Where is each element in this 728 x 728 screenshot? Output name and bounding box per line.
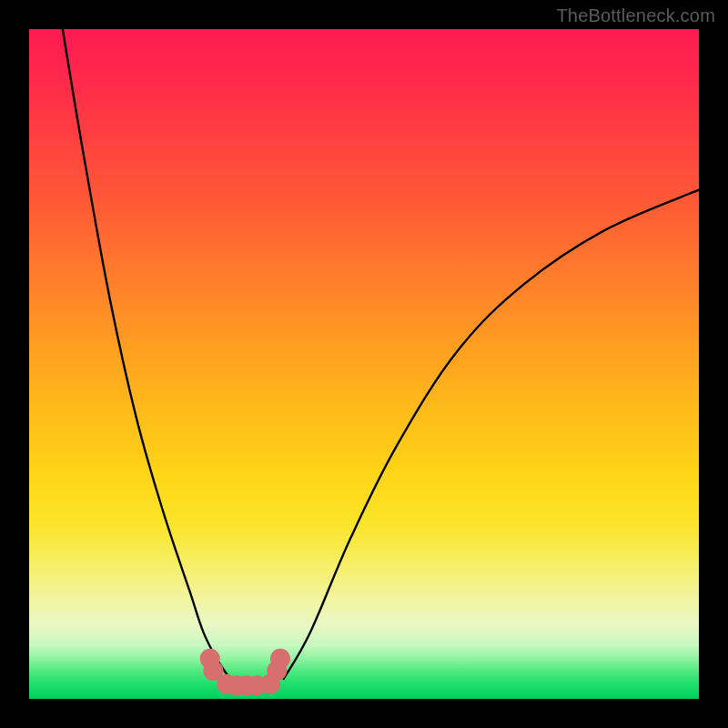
chart-frame: TheBottleneck.com	[0, 0, 728, 728]
watermark-text: TheBottleneck.com	[556, 5, 715, 26]
right-curve	[284, 190, 699, 679]
valley-point	[270, 649, 290, 669]
left-curve	[63, 29, 230, 679]
chart-svg	[29, 29, 699, 699]
plot-area	[29, 29, 699, 699]
points-layer	[200, 649, 290, 695]
curve-layer	[63, 29, 699, 679]
